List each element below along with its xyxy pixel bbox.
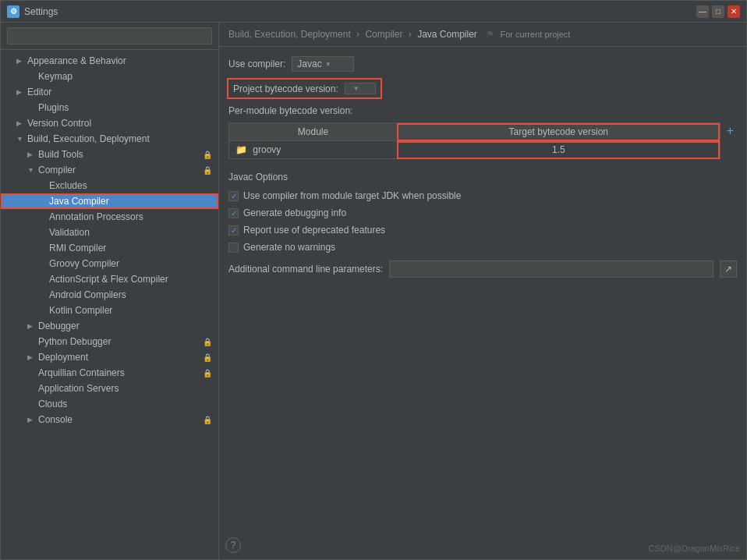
sidebar-item-label: Annotation Processors bbox=[49, 211, 212, 222]
use-compiler-label: Use compiler: bbox=[228, 58, 285, 69]
arrow-icon bbox=[16, 135, 27, 143]
sidebar-item-label: Compiler bbox=[38, 165, 200, 175]
arrow-icon bbox=[27, 151, 38, 158]
bytecode-dropdown[interactable]: ▼ bbox=[345, 83, 376, 94]
arrow-icon bbox=[27, 416, 38, 424]
compiler-dropdown-value: Javac bbox=[297, 58, 321, 69]
bytecode-version-group: Project bytecode version: ▼ bbox=[228, 80, 381, 97]
lock-icon: 🔒 bbox=[203, 369, 212, 377]
maximize-button[interactable]: □ bbox=[712, 5, 724, 18]
project-bytecode-label: Project bytecode version: bbox=[233, 83, 338, 94]
sidebar-item-label: Build Tools bbox=[38, 149, 200, 160]
report-deprecated-checkbox[interactable] bbox=[228, 225, 239, 236]
compiler-dropdown[interactable]: Javac ▼ bbox=[292, 56, 354, 72]
sidebar-item-validation[interactable]: Validation bbox=[1, 225, 218, 240]
search-input[interactable] bbox=[7, 27, 212, 44]
sidebar-item-excludes[interactable]: Excludes bbox=[1, 178, 218, 193]
breadcrumb-flag-icon: ⚑ bbox=[486, 29, 494, 40]
per-module-label: Per-module bytecode version: bbox=[228, 105, 737, 116]
cmd-input[interactable] bbox=[389, 261, 713, 278]
breadcrumb-suffix: For current project bbox=[501, 30, 571, 39]
sidebar-item-arquillian[interactable]: Arquillian Containers 🔒 bbox=[1, 365, 218, 381]
titlebar: ⚙ Settings — □ ✕ bbox=[1, 1, 746, 23]
sidebar-item-label: Deployment bbox=[38, 352, 200, 363]
breadcrumb-sep2: › bbox=[409, 29, 414, 40]
generate-debug-checkbox[interactable] bbox=[228, 208, 239, 218]
window-title: Settings bbox=[24, 6, 58, 17]
sidebar-item-label: Excludes bbox=[49, 180, 212, 191]
sidebar-item-label: Version Control bbox=[27, 118, 212, 129]
target-bytecode-cell: 1.5 bbox=[397, 141, 720, 159]
arrow-icon bbox=[16, 57, 27, 65]
sidebar-item-keymap[interactable]: Keymap bbox=[1, 69, 218, 84]
checkbox-no-warnings: Generate no warnings bbox=[228, 242, 737, 253]
sidebar-item-android-compilers[interactable]: Android Compilers bbox=[1, 287, 218, 303]
sidebar-item-clouds[interactable]: Clouds bbox=[1, 396, 218, 412]
lock-icon: 🔒 bbox=[203, 353, 212, 362]
sidebar-item-appearance[interactable]: Appearance & Behavior bbox=[1, 53, 218, 69]
module-icon: 📁 bbox=[235, 144, 247, 155]
chevron-down-icon: ▼ bbox=[353, 85, 359, 92]
no-warnings-checkbox[interactable] bbox=[228, 243, 239, 253]
window-controls: — □ ✕ bbox=[696, 5, 740, 18]
close-button[interactable]: ✕ bbox=[728, 5, 740, 18]
sidebar-item-label: RMI Compiler bbox=[49, 243, 212, 253]
sidebar-item-rmi-compiler[interactable]: RMI Compiler bbox=[1, 240, 218, 256]
lock-icon: 🔒 bbox=[203, 338, 212, 346]
sidebar-item-actionscript-flex[interactable]: ActionScript & Flex Compiler bbox=[1, 271, 218, 287]
sidebar-item-label: Android Compilers bbox=[49, 289, 212, 300]
sidebar-item-label: Groovy Compiler bbox=[49, 258, 212, 269]
breadcrumb-part2: Compiler bbox=[365, 29, 402, 40]
sidebar-item-deployment[interactable]: Deployment 🔒 bbox=[1, 349, 218, 365]
chevron-down-icon: ▼ bbox=[325, 61, 331, 68]
arrow-icon bbox=[16, 119, 27, 127]
sidebar-item-groovy-compiler[interactable]: Groovy Compiler bbox=[1, 256, 218, 271]
cmd-row: Additional command line parameters: ↗ bbox=[228, 261, 737, 278]
breadcrumb-part1: Build, Execution, Deployment bbox=[228, 29, 351, 40]
expand-button[interactable]: ↗ bbox=[720, 261, 737, 278]
checkbox-report-deprecated: Report use of deprecated features bbox=[228, 225, 737, 236]
sidebar-item-label: Java Compiler bbox=[49, 196, 212, 207]
sidebar-item-editor[interactable]: Editor bbox=[1, 84, 218, 100]
help-button[interactable]: ? bbox=[225, 537, 241, 553]
module-cell: 📁 groovy bbox=[229, 141, 398, 159]
arrow-icon bbox=[16, 88, 27, 96]
sidebar-item-compiler[interactable]: Compiler 🔒 bbox=[1, 162, 218, 178]
cmd-label: Additional command line parameters: bbox=[228, 264, 383, 275]
sidebar-item-label: Python Debugger bbox=[38, 336, 200, 347]
sidebar-item-label: Clouds bbox=[38, 399, 212, 409]
sidebar-item-kotlin-compiler[interactable]: Kotlin Compiler bbox=[1, 303, 218, 318]
generate-debug-checkbox-label: Generate debugging info bbox=[243, 207, 346, 218]
sidebar-item-python-debugger[interactable]: Python Debugger 🔒 bbox=[1, 334, 218, 349]
module-table: Module Target bytecode version 📁 groovy … bbox=[228, 122, 720, 159]
sidebar-item-annotation-processors[interactable]: Annotation Processors bbox=[1, 209, 218, 225]
sidebar-item-build-tools[interactable]: Build Tools 🔒 bbox=[1, 147, 218, 162]
app-icon: ⚙ bbox=[7, 5, 19, 18]
sidebar-item-label: Debugger bbox=[38, 321, 212, 331]
sidebar-item-label: Kotlin Compiler bbox=[49, 305, 212, 316]
sidebar-item-label: Arquillian Containers bbox=[38, 367, 200, 378]
sidebar-item-application-servers[interactable]: Application Servers bbox=[1, 381, 218, 396]
checkbox-generate-debug: Generate debugging info bbox=[228, 207, 737, 218]
settings-window: ⚙ Settings — □ ✕ Appearance & Behavior bbox=[0, 0, 747, 560]
sidebar-item-label: Editor bbox=[27, 87, 212, 97]
minimize-button[interactable]: — bbox=[696, 5, 709, 18]
add-module-button[interactable]: + bbox=[724, 124, 737, 138]
sidebar-item-label: Application Servers bbox=[38, 383, 212, 394]
sidebar-item-debugger[interactable]: Debugger bbox=[1, 318, 218, 334]
use-compiler-row: Use compiler: Javac ▼ bbox=[228, 56, 737, 72]
sidebar-item-build-execution[interactable]: Build, Execution, Deployment bbox=[1, 131, 218, 147]
sidebar-item-label: Appearance & Behavior bbox=[27, 55, 212, 66]
sidebar-item-plugins[interactable]: Plugins bbox=[1, 100, 218, 115]
col-module-header: Module bbox=[229, 123, 398, 141]
lock-icon: 🔒 bbox=[203, 151, 212, 159]
sidebar-item-console[interactable]: Console 🔒 bbox=[1, 412, 218, 427]
sidebar-item-label: Keymap bbox=[38, 71, 212, 82]
col-target-header: Target bytecode version bbox=[397, 123, 720, 141]
sidebar-tree: Appearance & Behavior Keymap Editor Plug… bbox=[1, 50, 218, 559]
sidebar-item-java-compiler[interactable]: Java Compiler bbox=[1, 193, 218, 209]
module-table-wrapper: Module Target bytecode version 📁 groovy … bbox=[228, 122, 737, 172]
breadcrumb-part3: Java Compiler bbox=[417, 29, 477, 40]
sidebar-item-version-control[interactable]: Version Control bbox=[1, 115, 218, 131]
use-compiler-checkbox[interactable] bbox=[228, 191, 239, 201]
